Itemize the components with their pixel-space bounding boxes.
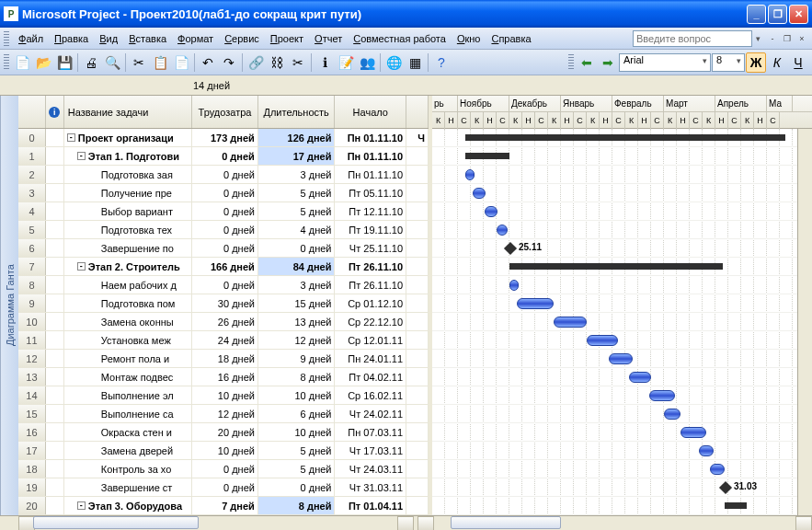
duration-cell[interactable]: 8 дней bbox=[258, 368, 336, 386]
outline-toggle[interactable]: - bbox=[77, 501, 86, 510]
work-cell[interactable]: 0 дней bbox=[192, 184, 258, 202]
start-cell[interactable]: Пт 05.11.10 bbox=[335, 184, 406, 202]
start-cell[interactable]: Пт 26.11.10 bbox=[335, 258, 406, 275]
task-name-cell[interactable]: Окраска стен и bbox=[64, 423, 192, 441]
indicators-header[interactable]: i bbox=[46, 96, 64, 128]
outline-toggle[interactable]: - bbox=[77, 152, 86, 160]
row-number[interactable]: 16 bbox=[18, 423, 46, 441]
duration-cell[interactable]: 3 дней bbox=[258, 276, 336, 294]
next-button[interactable]: ➡ bbox=[598, 52, 618, 73]
gantt-row[interactable] bbox=[432, 258, 812, 276]
indicators-cell[interactable] bbox=[46, 497, 64, 514]
start-cell[interactable]: Пт 26.11.10 bbox=[335, 276, 406, 294]
start-cell[interactable]: Пн 01.11.10 bbox=[335, 129, 406, 146]
start-cell[interactable]: Пт 01.04.11 bbox=[335, 497, 406, 514]
task-bar[interactable] bbox=[587, 335, 618, 346]
task-name-cell[interactable]: -Проект организаци bbox=[64, 129, 192, 146]
publish-button[interactable]: 🌐 bbox=[383, 52, 404, 73]
task-name-cell[interactable]: Монтаж подвес bbox=[64, 368, 192, 386]
milestone-icon[interactable] bbox=[719, 481, 732, 494]
work-cell[interactable]: 166 дней bbox=[192, 258, 258, 275]
gantt-row[interactable] bbox=[432, 202, 812, 221]
task-name-cell[interactable]: Наем рабочих д bbox=[64, 276, 192, 294]
toolbar-grip[interactable] bbox=[4, 31, 9, 46]
work-cell[interactable]: 0 дней bbox=[192, 478, 258, 496]
open-button[interactable]: 📂 bbox=[33, 52, 53, 73]
gantt-row[interactable] bbox=[432, 386, 812, 405]
menu-формат[interactable]: Формат bbox=[172, 31, 219, 46]
finish-cell[interactable] bbox=[406, 166, 429, 183]
indicators-cell[interactable] bbox=[46, 442, 64, 459]
duration-cell[interactable]: 4 дней bbox=[258, 221, 336, 238]
duration-cell[interactable]: 126 дней bbox=[258, 129, 336, 146]
start-cell[interactable]: Чт 25.11.10 bbox=[335, 239, 406, 257]
indicators-cell[interactable] bbox=[46, 294, 64, 312]
gantt-row[interactable] bbox=[432, 423, 812, 442]
gantt-row[interactable]: 25.11 bbox=[432, 239, 812, 258]
task-row[interactable]: 14Выполнение эл10 дней10 днейСр 16.02.11 bbox=[18, 386, 429, 405]
task-bar[interactable] bbox=[609, 353, 633, 364]
row-number[interactable]: 13 bbox=[18, 368, 46, 386]
underline-button[interactable]: Ч bbox=[788, 52, 808, 73]
minimize-button[interactable]: _ bbox=[747, 5, 766, 24]
finish-cell[interactable] bbox=[406, 442, 429, 459]
indicators-cell[interactable] bbox=[46, 166, 64, 183]
close-button[interactable]: ✕ bbox=[789, 5, 808, 24]
gantt-row[interactable] bbox=[432, 129, 812, 147]
task-row[interactable]: 4Выбор вариант0 дней5 днейПт 12.11.10 bbox=[18, 202, 429, 221]
indicators-cell[interactable] bbox=[46, 386, 64, 404]
milestone-icon[interactable] bbox=[504, 242, 517, 255]
task-name-cell[interactable]: Получение пре bbox=[64, 184, 192, 202]
toolbar-grip[interactable] bbox=[568, 54, 574, 71]
link-button[interactable]: 🔗 bbox=[246, 52, 266, 73]
prev-button[interactable]: ⬅ bbox=[577, 52, 597, 73]
duration-cell[interactable]: 13 дней bbox=[258, 313, 336, 330]
gantt-row[interactable] bbox=[432, 184, 812, 202]
gantt-row[interactable] bbox=[432, 313, 812, 331]
work-cell[interactable]: 26 дней bbox=[192, 313, 258, 330]
row-number[interactable]: 7 bbox=[18, 258, 46, 275]
redo-button[interactable]: ↷ bbox=[219, 52, 239, 73]
task-row[interactable]: 13Монтаж подвес16 дней8 днейПт 04.02.11 bbox=[18, 368, 429, 386]
mdi-restore-button[interactable]: ❐ bbox=[781, 32, 794, 45]
indicators-cell[interactable] bbox=[46, 276, 64, 294]
task-name-cell[interactable]: Завершение по bbox=[64, 239, 192, 257]
finish-cell[interactable] bbox=[406, 239, 429, 257]
duration-cell[interactable]: 5 дней bbox=[258, 202, 336, 220]
gantt-row[interactable] bbox=[432, 497, 812, 515]
info-button[interactable]: ℹ bbox=[315, 52, 335, 73]
work-cell[interactable]: 20 дней bbox=[192, 423, 258, 441]
work-cell[interactable]: 18 дней bbox=[192, 350, 258, 367]
gantt-row[interactable] bbox=[432, 166, 812, 184]
row-number[interactable]: 14 bbox=[18, 386, 46, 404]
task-bar[interactable] bbox=[509, 280, 519, 291]
row-number[interactable]: 8 bbox=[18, 276, 46, 294]
menu-файл[interactable]: Файл bbox=[13, 31, 49, 46]
print-button[interactable]: 🖨 bbox=[81, 52, 101, 73]
task-row[interactable]: 6Завершение по0 дней0 днейЧт 25.11.10 bbox=[18, 239, 429, 258]
work-cell[interactable]: 10 дней bbox=[192, 386, 258, 404]
task-name-cell[interactable]: Выполнение са bbox=[64, 405, 192, 422]
finish-cell[interactable] bbox=[406, 331, 429, 349]
undo-button[interactable]: ↶ bbox=[198, 52, 218, 73]
task-row[interactable]: 5Подготовка тех0 дней4 днейПт 19.11.10 bbox=[18, 221, 429, 239]
maximize-button[interactable]: ❐ bbox=[768, 5, 787, 24]
start-cell[interactable]: Ср 16.02.11 bbox=[335, 386, 406, 404]
duration-cell[interactable]: 10 дней bbox=[258, 386, 336, 404]
task-name-cell[interactable]: Выполнение эл bbox=[64, 386, 192, 404]
help-search[interactable] bbox=[633, 30, 752, 47]
duration-cell[interactable]: 0 дней bbox=[258, 239, 336, 257]
gantt-row[interactable] bbox=[432, 331, 812, 350]
split-button[interactable]: ✂ bbox=[288, 52, 308, 73]
col-duration-header[interactable]: Длительность bbox=[258, 96, 336, 128]
indicators-cell[interactable] bbox=[46, 129, 64, 146]
duration-cell[interactable]: 9 дней bbox=[258, 350, 336, 367]
row-number[interactable]: 10 bbox=[18, 313, 46, 330]
toolbar-grip[interactable] bbox=[4, 54, 9, 71]
summary-bar[interactable] bbox=[465, 134, 785, 141]
notes-button[interactable]: 📝 bbox=[336, 52, 356, 73]
start-cell[interactable]: Чт 17.03.11 bbox=[335, 442, 406, 459]
indicators-cell[interactable] bbox=[46, 423, 64, 441]
duration-cell[interactable]: 5 дней bbox=[258, 442, 336, 459]
task-row[interactable]: 20-Этап 3. Оборудова7 дней8 днейПт 01.04… bbox=[18, 497, 429, 515]
